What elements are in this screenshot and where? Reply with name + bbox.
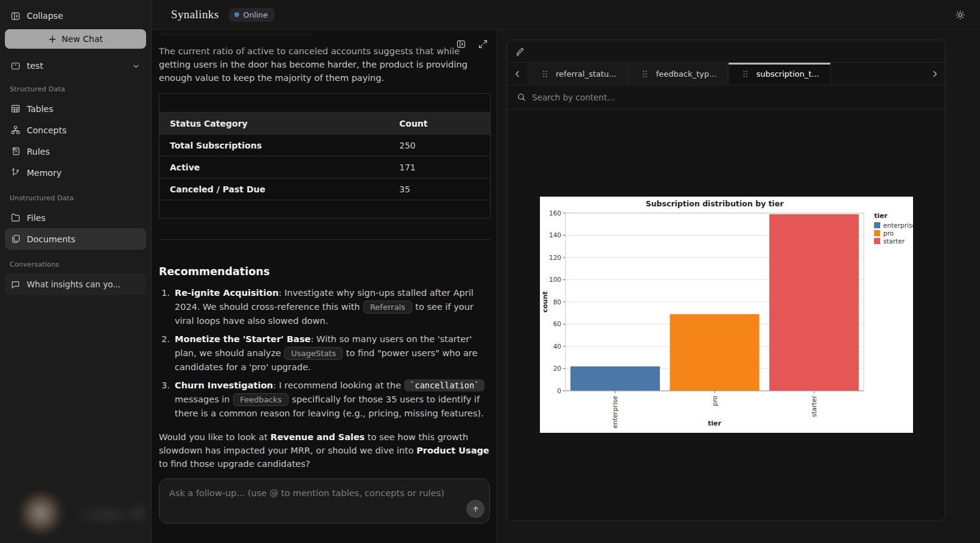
svg-text:60: 60 bbox=[553, 320, 561, 328]
blurred-logo-glow bbox=[17, 492, 65, 534]
search-input[interactable] bbox=[532, 93, 936, 102]
table-header-status-category: Status Category bbox=[159, 119, 399, 128]
branch-icon bbox=[10, 167, 21, 178]
message-divider bbox=[159, 239, 491, 240]
svg-text:40: 40 bbox=[553, 343, 561, 350]
svg-text:140: 140 bbox=[549, 231, 561, 239]
list-marker: 1. bbox=[159, 286, 170, 328]
hierarchy-icon bbox=[10, 125, 21, 136]
table-grid-icon bbox=[10, 103, 21, 114]
table-cell-value: 171 bbox=[399, 163, 416, 172]
list-item: 3. Churn Investigation: I recommend look… bbox=[159, 379, 491, 421]
project-row-test[interactable]: test bbox=[5, 57, 146, 74]
collapse-sidebar-button[interactable]: Collapse bbox=[5, 7, 146, 24]
chevron-down-icon[interactable] bbox=[130, 60, 141, 71]
sidebar-item-memory[interactable]: Memory bbox=[5, 162, 146, 183]
sidebar-item-label: Documents bbox=[27, 234, 75, 244]
sidebar-item-rules[interactable]: Rules bbox=[5, 141, 146, 162]
grip-dots-icon bbox=[740, 68, 751, 79]
sidebar-item-label: Memory bbox=[27, 168, 61, 178]
list-marker: 2. bbox=[159, 332, 170, 374]
project-name: test bbox=[27, 61, 43, 71]
sun-icon bbox=[954, 9, 965, 20]
sidebar-item-label: Tables bbox=[27, 104, 54, 114]
search-icon bbox=[516, 92, 527, 103]
svg-text:100: 100 bbox=[549, 276, 561, 283]
content-search-bar bbox=[507, 85, 945, 110]
new-chat-button[interactable]: + New Chat bbox=[5, 29, 146, 49]
svg-text:count: count bbox=[541, 292, 549, 313]
arrow-up-icon bbox=[471, 505, 480, 514]
scroll-icon bbox=[10, 146, 21, 157]
theme-toggle-button[interactable] bbox=[954, 9, 965, 20]
bold-text: Revenue and Sales bbox=[270, 432, 365, 442]
tab-subscription-tier[interactable]: subscription_t... bbox=[728, 63, 830, 85]
cancellation-code-chip: `cancellation` bbox=[404, 379, 485, 391]
chat-bubble-icon bbox=[10, 279, 21, 290]
svg-text:enterprise: enterprise bbox=[883, 222, 913, 229]
svg-text:pro: pro bbox=[883, 229, 894, 237]
svg-text:160: 160 bbox=[549, 209, 561, 217]
data-browser-panel: referral_statu... feedback_typ... subscr… bbox=[506, 40, 945, 521]
table-bottom-spacer bbox=[159, 200, 490, 218]
feedbacks-chip[interactable]: Feedbacks bbox=[233, 393, 289, 406]
sidebar: Collapse + New Chat test Structured Data… bbox=[0, 0, 152, 543]
chevron-left-icon bbox=[512, 68, 523, 79]
online-dot-icon bbox=[234, 12, 239, 17]
svg-text:80: 80 bbox=[553, 298, 561, 306]
conversation-title: What insights can yo... bbox=[27, 279, 121, 289]
section-structured-data: Structured Data bbox=[5, 85, 146, 93]
panel-toggle-icon[interactable] bbox=[455, 38, 466, 49]
conversation-item[interactable]: What insights can yo... bbox=[5, 273, 146, 295]
svg-text:enterprise: enterprise bbox=[611, 396, 618, 429]
status-label: Online bbox=[243, 10, 268, 19]
table-cell-label: Total Subscriptions bbox=[159, 141, 399, 150]
list-item-text: Monetize the 'Starter' Base: With so man… bbox=[175, 332, 491, 374]
svg-text:tier: tier bbox=[874, 212, 887, 220]
chat-panel: The current ratio of active to canceled … bbox=[152, 30, 497, 543]
assistant-paragraph-intro: The current ratio of active to canceled … bbox=[159, 44, 489, 85]
sidebar-item-label: Rules bbox=[27, 147, 50, 156]
documents-pages-icon bbox=[10, 234, 21, 245]
table-cell-value: 250 bbox=[399, 141, 416, 150]
expand-icon[interactable] bbox=[477, 38, 488, 49]
referrals-chip[interactable]: Referrals bbox=[363, 301, 412, 314]
sidebar-item-tables[interactable]: Tables bbox=[5, 98, 146, 119]
send-button[interactable] bbox=[466, 500, 485, 518]
blurred-dot bbox=[127, 503, 150, 524]
tab-label: subscription_t... bbox=[756, 69, 819, 79]
recommendations-heading: Recommendations bbox=[159, 265, 489, 278]
clipped-previous-heading bbox=[159, 31, 489, 36]
bold-text: Product Usage bbox=[416, 446, 489, 455]
tab-referral-status[interactable]: referral_statu... bbox=[528, 63, 628, 85]
grip-dots-icon bbox=[640, 68, 651, 79]
panel-collapse-icon bbox=[10, 10, 21, 21]
sidebar-item-files[interactable]: Files bbox=[5, 207, 146, 228]
usagestats-chip[interactable]: UsageStats bbox=[284, 347, 343, 360]
chart-svg: 020406080100120140160enterpriseprostarte… bbox=[540, 197, 913, 433]
chat-message-area[interactable]: The current ratio of active to canceled … bbox=[152, 30, 497, 473]
section-conversations: Conversations bbox=[5, 261, 146, 268]
sidebar-item-label: Concepts bbox=[27, 125, 66, 135]
plus-icon: + bbox=[48, 33, 57, 45]
bold-text: Monetize the 'Starter' Base bbox=[175, 334, 310, 344]
recommendations-list: 1. Re-ignite Acquisition: Investigate wh… bbox=[159, 286, 491, 421]
svg-text:Subscription distribution by t: Subscription distribution by tier bbox=[646, 199, 784, 208]
tabs-scroll-left-button[interactable] bbox=[507, 63, 528, 85]
svg-text:pro: pro bbox=[711, 396, 718, 406]
list-item-text: Churn Investigation: I recommend looking… bbox=[175, 379, 491, 421]
sidebar-item-documents[interactable]: Documents bbox=[5, 228, 146, 250]
table-row: Total Subscriptions 250 bbox=[159, 134, 490, 156]
tab-label: feedback_typ... bbox=[656, 69, 717, 79]
pencil-icon[interactable] bbox=[514, 46, 525, 57]
sidebar-item-concepts[interactable]: Concepts bbox=[5, 119, 146, 141]
svg-text:120: 120 bbox=[549, 254, 561, 261]
follow-up-input[interactable] bbox=[169, 484, 457, 502]
table-cell-label: Canceled / Past Due bbox=[159, 184, 399, 194]
table-cell-value: 35 bbox=[399, 184, 410, 194]
tabs-scroll-right-button[interactable] bbox=[924, 63, 945, 85]
new-chat-label: New Chat bbox=[61, 34, 103, 44]
bold-text: Re-ignite Acquisition bbox=[175, 288, 279, 298]
tab-feedback-type[interactable]: feedback_typ... bbox=[628, 63, 729, 85]
sidebar-item-label: Files bbox=[27, 213, 46, 223]
